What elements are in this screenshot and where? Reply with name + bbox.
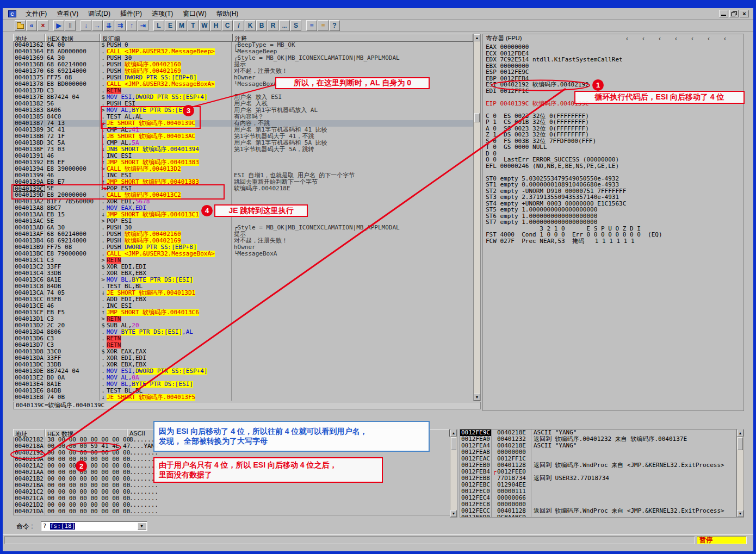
step-over-button[interactable]: → — [92, 20, 103, 31]
register-line[interactable]: EDX 7C92E514 ntdll.KiFastSystemCallRet — [486, 57, 742, 63]
disasm-row[interactable]: 0040139146.INC ESI — [14, 153, 473, 159]
disasm-row[interactable]: 004013CA74 05↓JE SHORT 软编码序.004013D1 — [14, 290, 473, 296]
register-line[interactable]: ESP 0012FE9C — [486, 69, 742, 76]
scroll-thumb[interactable] — [474, 113, 480, 122]
menu-item[interactable]: 查看(V) — [52, 9, 83, 18]
disasm-row[interactable]: 004013CE46.INC ESI — [14, 303, 473, 309]
disasm-row[interactable]: 004013BCE8 79000000.CALL <JMP.&USER32.Me… — [14, 251, 473, 257]
scroll-down-button[interactable]: ▼ — [450, 510, 457, 517]
register-line[interactable]: Z 1 DS 0023 32位 0(FFFFFFFF) — [486, 132, 742, 138]
command-input[interactable]: ? fs:[18] ▼ — [41, 521, 147, 531]
windows-window-button[interactable]: W — [199, 20, 210, 31]
register-line[interactable] — [486, 169, 742, 176]
disasm-row[interactable]: 004013E2B0 0A.MOV AL,0A — [14, 375, 473, 381]
executables-window-button[interactable]: E — [165, 20, 176, 31]
disasm-row[interactable]: 004013D22C 20$SUB AL,20 — [14, 322, 473, 329]
register-line[interactable]: ESI 00402192 软编码序.00402192 — [486, 82, 742, 88]
disasm-row[interactable]: 0040136B68 60214000.PUSH 软编码序.00402160提示 — [14, 61, 473, 68]
menu-item[interactable]: 调试(D) — [83, 9, 115, 18]
dump-row[interactable]: 004021DA00 00 00 00 00 00 00 00........ — [14, 508, 450, 515]
stack-row[interactable]: 0012FED0DCBAABCD — [460, 514, 736, 518]
cpu-window-icon[interactable]: C — [8, 10, 16, 17]
pause-button[interactable]: ‖ — [65, 20, 76, 31]
scroll-thumb[interactable] — [738, 437, 743, 450]
call-stack-window-button[interactable]: K — [245, 20, 256, 31]
disasm-scrollbar[interactable]: ▲ ▼ — [473, 34, 481, 401]
disasm-row[interactable]: 00401392EB EF↑JMP SHORT 软编码序.00401383 — [14, 159, 473, 166]
disasm-row[interactable]: 00401364E8 AD000000.CALL <JMP.&USER32.Me… — [14, 48, 473, 55]
threads-window-button[interactable]: T — [188, 20, 199, 31]
disasm-row[interactable]: 004013D48806.MOV BYTE PTR DS:[ESI],AL — [14, 329, 473, 335]
disasm-row[interactable]: 004013AC5E>POP ESI — [14, 218, 473, 225]
menu-item[interactable]: 选项(T) — [147, 9, 178, 18]
register-line[interactable]: EAX 00000000 — [486, 44, 742, 51]
disasm-row[interactable]: 004013CFEB F5↑JMP SHORT 软编码序.004013C6 — [14, 309, 473, 316]
menu-item[interactable]: 插件(P) — [115, 9, 147, 18]
scroll-up-button[interactable]: ▲ — [474, 34, 480, 41]
register-line[interactable]: ST3 empty 2.3719135509435357140e-4931 — [486, 194, 742, 201]
scroll-down-button[interactable]: ▼ — [474, 394, 480, 401]
restore-button[interactable] — [729, 10, 739, 17]
disasm-row[interactable]: 004013E684DB.TEST BL,BL — [14, 388, 473, 394]
register-line[interactable]: EFL 00000246 (NO,NB,E,BE,NS,PE,GE,LE) — [486, 163, 742, 170]
register-line[interactable]: O 0 LastErr ERROR_SUCCESS (00000000) — [486, 157, 742, 163]
close-button[interactable]: × — [740, 10, 749, 17]
disasm-row[interactable]: 0040138D3C 5A.CMP AL,5A用户名 第1字节机器码和 5A 比… — [14, 140, 473, 146]
dump-scrollbar[interactable]: ▲ ▼ — [450, 429, 457, 518]
disasm-row[interactable]: 004013B468 69214000.PUSH 软编码序.00402169对不… — [14, 238, 473, 244]
restart-button[interactable]: « — [26, 20, 37, 31]
disasm-row[interactable]: 004013838A06>MOV AL,BYTE PTR DS:[ESI]用户名… — [14, 107, 473, 114]
disasm-row[interactable]: 004013E874 0B↓JE SHORT 软编码序.004013F5 — [14, 394, 473, 401]
disasm-row[interactable]: 004013D833C0$XOR EAX,EAX — [14, 348, 473, 355]
menu-item[interactable]: 窗口(W) — [178, 9, 211, 18]
disasm-row[interactable]: 004013DE8B7424 04.MOV ESI,DWORD PTR SS:[… — [14, 368, 473, 375]
menu-item[interactable]: 文件(F) — [21, 9, 52, 18]
collapse-chevrons-icon[interactable]: ‹‹‹‹‹‹‹ — [626, 35, 740, 42]
disasm-row[interactable]: 0040139DE8 20000000.CALL 软编码序.004013C2 — [14, 192, 473, 198]
disasm-row[interactable]: 004013CC03FB.ADD EDI,EBX — [14, 296, 473, 303]
disasm-row[interactable]: 0040138774 13↓JE SHORT 软编码序.0040139C有内容，… — [14, 120, 473, 127]
breakpoints-window-button[interactable]: B — [256, 20, 267, 31]
disasm-row[interactable]: 0040138256.PUSH ESI用户名 入栈 — [14, 101, 473, 107]
disasm-row[interactable]: 0040139AEB E7↑JMP SHORT 软编码序.00401383跳回去… — [14, 179, 473, 185]
step-into-button[interactable]: ↓ — [80, 20, 91, 31]
disasm-row[interactable]: 004013AF68 60214000.PUSH 软编码序.00402160提示 — [14, 231, 473, 238]
run-button[interactable]: ▶ — [53, 20, 64, 31]
register-line[interactable]: ST7 empty 1.0000000000000000000 — [486, 219, 742, 226]
register-line[interactable]: ST5 empty 1.0000000000000000000 — [486, 207, 742, 213]
stack-scrollbar[interactable]: ▲ ▼ — [736, 429, 744, 518]
disasm-row[interactable]: 004013696A 30.PUSH 30┌Style = MB_OK|MB_I… — [14, 55, 473, 61]
disasm-row[interactable]: 0040137E8B7424 04$MOV ESI,DWORD PTR SS:[… — [14, 94, 473, 101]
animate-into-button[interactable]: ⇊ — [103, 20, 114, 31]
register-line[interactable]: T 0 GS 0000 NULL — [486, 144, 742, 151]
register-line[interactable]: FST 4000 Cond 1 0 0 0 Err 0 0 0 0 0 0 0 … — [486, 232, 742, 238]
disasm-row[interactable]: 004013626A 00$PUSH 0┌BeepType = MB_OK — [14, 42, 473, 48]
close-window-button[interactable]: × — [38, 20, 48, 31]
options-button[interactable]: ≡ — [306, 20, 317, 31]
disasm-row[interactable]: 00401394E8 39000000>CALL 软编码序.004013D2 — [14, 166, 473, 172]
minimize-button[interactable] — [719, 10, 728, 17]
run-trace-window-button[interactable]: ... — [279, 20, 290, 31]
disasm-row[interactable]: 004013C233FF$XOR EDI,EDI — [14, 264, 473, 270]
register-line[interactable] — [486, 107, 742, 113]
disasm-row[interactable]: 004013C1C3>RETN — [14, 257, 473, 264]
scroll-up-button[interactable]: ▲ — [450, 429, 457, 437]
disasm-row[interactable]: 0040137068 69214000.PUSH 软编码序.00402169对不… — [14, 68, 473, 74]
goto-button[interactable]: ⇥ — [138, 20, 148, 31]
open-file-button[interactable] — [15, 20, 26, 31]
scroll-down-button[interactable]: ▼ — [737, 510, 743, 517]
disasm-row[interactable]: 004013B9FF75 08.PUSH DWORD PTR SS:[EBP+8… — [14, 244, 473, 251]
register-line[interactable]: FCW 027F Prec NEAR,53 掩码 1 1 1 1 1 1 — [486, 238, 742, 245]
disasm-row[interactable]: 004013C433DB.XOR EBX,EBX — [14, 270, 473, 277]
cpu-window-button[interactable]: C — [222, 20, 233, 31]
disasm-row[interactable]: 0040138F73 03↓JNB SHORT 软编码序.00401394第1字… — [14, 146, 473, 153]
scroll-up-button[interactable]: ▲ — [737, 429, 743, 437]
references-window-button[interactable]: R — [268, 20, 278, 31]
disasm-row[interactable]: 004013D7C3.RETN — [14, 342, 473, 348]
patches-window-button[interactable]: / — [233, 20, 244, 31]
handles-window-button[interactable]: H — [210, 20, 221, 31]
register-line[interactable]: P 1 CS 001B 32位 0(FFFFFFFF) — [486, 119, 742, 126]
disasm-row[interactable]: 004013893C 41.CMP AL,41用户名 第1字节机器码和 41 比… — [14, 127, 473, 133]
scroll-thumb[interactable] — [451, 437, 456, 450]
register-line[interactable]: ST1 empty 0.0000000108910406680e-4933 — [486, 182, 742, 188]
